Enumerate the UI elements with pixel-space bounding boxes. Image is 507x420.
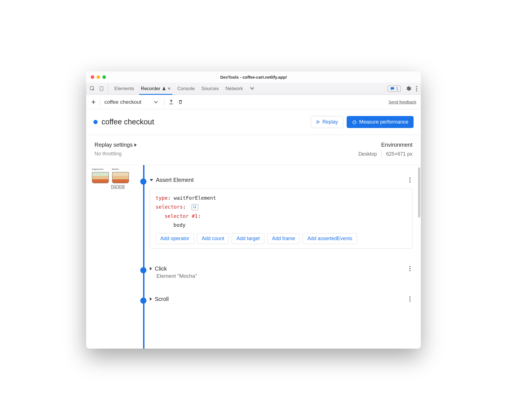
issues-count: 1 xyxy=(396,86,398,91)
environment-col: Environment Desktop 625×671 px xyxy=(358,142,412,157)
more-tabs-icon[interactable] xyxy=(250,87,255,90)
selectors-line: selectors: xyxy=(156,202,407,211)
selector-1-value: body xyxy=(173,222,185,228)
issues-badge[interactable]: 1 xyxy=(388,86,401,92)
step-dot xyxy=(140,178,146,185)
tab-network[interactable]: Network xyxy=(226,83,243,95)
environment-values: Desktop 625×671 px xyxy=(358,151,412,157)
recording-selector-name: coffee checkout xyxy=(104,99,141,105)
add-asserted-events-button[interactable]: Add assertedEvents xyxy=(303,233,357,244)
timeline-line xyxy=(143,165,144,349)
message-icon xyxy=(390,86,395,91)
recorder-toolbar: coffee checkout Send feedback xyxy=(86,95,421,109)
selector-1-line: selector #1: xyxy=(156,212,407,221)
svg-point-6 xyxy=(409,177,411,178)
coffee-cup-icon xyxy=(112,172,129,183)
step-scroll: Scroll xyxy=(150,296,412,302)
chevron-right-icon xyxy=(150,267,152,270)
environment-heading: Environment xyxy=(358,142,412,148)
chevron-down-icon xyxy=(150,179,153,181)
minimize-window-button[interactable] xyxy=(96,75,100,79)
measure-performance-label: Measure performance xyxy=(359,119,408,125)
step-title: Click xyxy=(155,265,167,272)
recording-status-dot xyxy=(93,120,98,124)
add-operator-button[interactable]: Add operator xyxy=(156,233,194,244)
send-feedback-link[interactable]: Send feedback xyxy=(388,100,416,104)
scrollbar[interactable] xyxy=(418,167,420,218)
play-icon xyxy=(316,120,320,124)
replay-settings-col: Replay settings No throttling xyxy=(95,142,137,157)
step-details-panel: type: waitForElement selectors: selector… xyxy=(150,188,412,249)
devtools-tabs-bar: Elements Recorder Console Sources Networ… xyxy=(86,83,421,95)
step-header[interactable]: Scroll xyxy=(150,296,412,302)
selectors-key: selectors xyxy=(156,204,183,210)
replay-settings-heading[interactable]: Replay settings xyxy=(95,142,137,148)
tab-recorder-label: Recorder xyxy=(141,86,160,91)
svg-point-4 xyxy=(416,90,417,91)
close-window-button[interactable] xyxy=(91,75,94,79)
tab-recorder[interactable]: Recorder xyxy=(141,83,171,95)
tab-elements[interactable]: Elements xyxy=(114,83,134,95)
step-title: Assert Element xyxy=(156,177,194,183)
tabs-list: Elements Recorder Console Sources Networ… xyxy=(110,83,383,95)
step-title: Scroll xyxy=(155,296,169,302)
inspect-element-icon[interactable] xyxy=(90,86,95,91)
recorder-flask-icon xyxy=(162,87,166,91)
svg-rect-1 xyxy=(100,86,103,91)
add-frame-button[interactable]: Add frame xyxy=(267,233,300,244)
svg-point-7 xyxy=(409,179,411,180)
step-header[interactable]: Click xyxy=(150,265,412,272)
replay-settings-row: Replay settings No throttling Environmen… xyxy=(86,135,421,165)
divider xyxy=(164,98,165,106)
window-title: DevTools - coffee-cart.netlify.app/ xyxy=(86,75,421,79)
recording-header: coffee checkout Replay Measure performan… xyxy=(86,109,421,135)
recording-selector-chevron-icon[interactable] xyxy=(154,101,158,103)
delete-trash-icon[interactable] xyxy=(178,99,183,105)
cup-label-2: Mocha xyxy=(111,168,130,170)
replay-settings-label: Replay settings xyxy=(95,142,133,148)
kebab-menu-icon[interactable] xyxy=(416,86,417,92)
chevron-right-icon xyxy=(134,143,137,147)
maximize-window-button[interactable] xyxy=(102,75,106,79)
device-toolbar-icon[interactable] xyxy=(99,86,104,91)
step-dot xyxy=(140,298,146,304)
step-kebab-menu-icon[interactable] xyxy=(409,296,411,302)
divider xyxy=(381,151,382,157)
svg-point-12 xyxy=(409,270,411,271)
step-kebab-menu-icon[interactable] xyxy=(409,177,411,183)
replay-button[interactable]: Replay xyxy=(311,116,343,128)
add-count-button[interactable]: Add count xyxy=(197,233,229,244)
titlebar: DevTools - coffee-cart.netlify.app/ xyxy=(86,71,421,83)
add-target-button[interactable]: Add target xyxy=(232,233,264,244)
svg-point-15 xyxy=(409,300,411,301)
recording-title: coffee checkout xyxy=(102,118,311,126)
cup-label-1: Cappuccino xyxy=(91,168,110,170)
step-kebab-menu-icon[interactable] xyxy=(409,265,411,272)
price-placeholder xyxy=(91,184,110,186)
performance-gauge-icon xyxy=(352,120,357,125)
inspect-tools xyxy=(90,83,108,95)
close-tab-icon[interactable] xyxy=(168,87,171,90)
new-recording-icon[interactable] xyxy=(91,99,96,105)
settings-gear-icon[interactable] xyxy=(405,86,411,92)
svg-point-3 xyxy=(416,88,417,89)
svg-point-13 xyxy=(409,296,411,297)
traffic-lights xyxy=(91,75,106,79)
element-picker-icon[interactable] xyxy=(192,204,198,210)
screenshot-preview-1: Cappuccino xyxy=(91,168,110,186)
viewport-value: 625×671 px xyxy=(386,151,412,157)
type-value: waitForElement xyxy=(174,195,216,201)
total-label: Total: $0.00 xyxy=(111,185,124,189)
tab-sources[interactable]: Sources xyxy=(201,83,219,95)
tab-console[interactable]: Console xyxy=(177,83,195,95)
device-value: Desktop xyxy=(358,151,377,157)
replay-button-label: Replay xyxy=(322,119,338,125)
measure-performance-button[interactable]: Measure performance xyxy=(347,116,414,128)
add-buttons-row: Add operator Add count Add target Add fr… xyxy=(156,233,407,244)
export-icon[interactable] xyxy=(168,99,174,105)
step-subtitle: Element "Mocha" xyxy=(156,273,412,279)
coffee-cup-icon xyxy=(92,172,109,183)
step-header[interactable]: Assert Element xyxy=(150,177,412,183)
selector-1-value-line: body xyxy=(156,221,407,230)
screenshot-preview: Cappuccino Mocha Total: $0.00 xyxy=(88,165,133,349)
